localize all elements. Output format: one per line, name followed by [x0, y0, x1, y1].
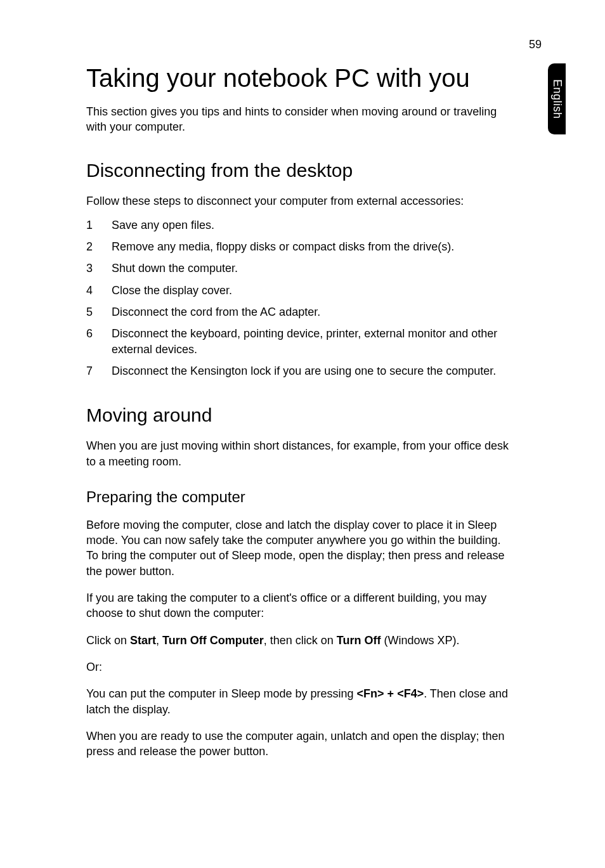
text-run: , [156, 634, 162, 647]
section-heading-disconnecting: Disconnecting from the desktop [86, 159, 511, 182]
bold-text: Turn Off [337, 634, 381, 647]
step-text: Disconnect the keyboard, pointing device… [112, 326, 511, 357]
page-number: 59 [529, 38, 542, 51]
step-text: Remove any media, floppy disks or compac… [112, 239, 511, 254]
steps-list: 1Save any open files. 2Remove any media,… [86, 217, 511, 379]
step-number: 7 [86, 363, 112, 379]
section-lead: When you are just moving within short di… [86, 438, 511, 469]
step-text: Disconnect the Kensington lock if you ar… [112, 363, 511, 379]
body-paragraph: When you are ready to use the computer a… [86, 729, 511, 760]
step-text: Disconnect the cord from the AC adapter. [112, 304, 511, 320]
text-run: Click on [86, 634, 130, 647]
step-text: Save any open files. [112, 217, 511, 233]
step-number: 4 [86, 283, 112, 298]
list-item: 5Disconnect the cord from the AC adapter… [86, 304, 511, 320]
step-number: 1 [86, 217, 112, 233]
list-item: 3Shut down the computer. [86, 261, 511, 276]
text-run: You can put the computer in Sleep mode b… [86, 687, 357, 700]
language-tab: English [548, 63, 566, 134]
list-item: 1Save any open files. [86, 217, 511, 233]
step-number: 5 [86, 304, 112, 320]
language-tab-label: English [550, 79, 564, 119]
list-item: 2Remove any media, floppy disks or compa… [86, 239, 511, 254]
list-item: 7Disconnect the Kensington lock if you a… [86, 363, 511, 379]
step-number: 3 [86, 261, 112, 276]
body-paragraph: You can put the computer in Sleep mode b… [86, 686, 511, 717]
step-text: Close the display cover. [112, 283, 511, 298]
text-run: (Windows XP). [381, 634, 459, 647]
bold-text: Turn Off Computer [162, 634, 264, 647]
step-number: 2 [86, 239, 112, 254]
list-item: 4Close the display cover. [86, 283, 511, 298]
step-number: 6 [86, 326, 112, 357]
body-paragraph: Or: [86, 659, 511, 675]
page-content: Taking your notebook PC with you This se… [86, 63, 511, 770]
section-heading-moving: Moving around [86, 404, 511, 427]
bold-text: Start [130, 634, 156, 647]
intro-paragraph: This section gives you tips and hints to… [86, 104, 511, 135]
step-text: Shut down the computer. [112, 261, 511, 276]
bold-text: <Fn> + <F4> [357, 687, 424, 700]
list-item: 6Disconnect the keyboard, pointing devic… [86, 326, 511, 357]
subsection-heading-preparing: Preparing the computer [86, 488, 511, 506]
text-run: , then click on [264, 634, 337, 647]
page-title: Taking your notebook PC with you [86, 63, 511, 93]
section-lead: Follow these steps to disconnect your co… [86, 193, 511, 209]
body-paragraph: If you are taking the computer to a clie… [86, 590, 511, 621]
body-paragraph: Click on Start, Turn Off Computer, then … [86, 633, 511, 648]
body-paragraph: Before moving the computer, close and la… [86, 517, 511, 579]
